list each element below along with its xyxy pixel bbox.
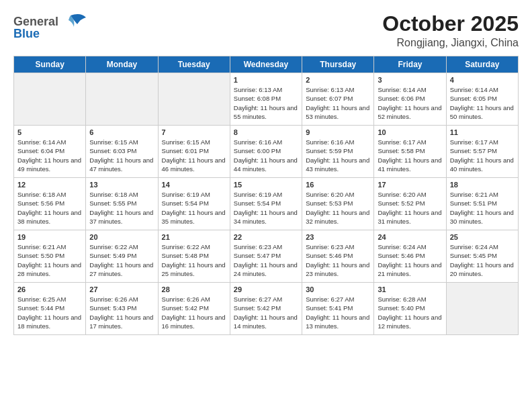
header: General Blue October 2025 Rongjiang, Jia…	[13, 12, 519, 49]
sunrise-text: Sunrise: 6:18 AM	[17, 191, 66, 198]
daylight-text: Daylight: 11 hours and 52 minutes.	[378, 104, 441, 120]
calendar-cell: 29 Sunrise: 6:27 AM Sunset: 5:42 PM Dayl…	[230, 283, 302, 335]
day-number: 26	[17, 285, 82, 293]
cell-info: Sunrise: 6:27 AM Sunset: 5:42 PM Dayligh…	[234, 295, 298, 330]
sunrise-text: Sunrise: 6:16 AM	[306, 138, 354, 146]
calendar-cell: 25 Sunrise: 6:24 AM Sunset: 5:45 PM Dayl…	[446, 230, 518, 283]
daylight-text: Daylight: 11 hours and 20 minutes.	[450, 261, 514, 277]
sunrise-text: Sunrise: 6:23 AM	[306, 243, 354, 250]
day-number: 25	[450, 233, 515, 241]
daylight-text: Daylight: 11 hours and 38 minutes.	[17, 209, 81, 225]
sunset-text: Sunset: 6:01 PM	[162, 147, 209, 154]
day-number: 16	[306, 181, 370, 189]
day-number: 7	[162, 128, 226, 136]
day-number: 14	[162, 181, 226, 189]
daylight-text: Daylight: 11 hours and 37 minutes.	[89, 209, 153, 225]
sunrise-text: Sunrise: 6:15 AM	[162, 138, 210, 146]
sunset-text: Sunset: 5:46 PM	[306, 252, 353, 259]
sunset-text: Sunset: 6:06 PM	[378, 95, 425, 102]
daylight-text: Daylight: 11 hours and 43 minutes.	[306, 156, 369, 173]
daylight-text: Daylight: 11 hours and 23 minutes.	[306, 261, 369, 277]
calendar-cell: 16 Sunrise: 6:20 AM Sunset: 5:53 PM Dayl…	[302, 178, 374, 230]
day-number: 18	[450, 181, 515, 189]
sunrise-text: Sunrise: 6:27 AM	[234, 295, 282, 303]
calendar-cell: 9 Sunrise: 6:16 AM Sunset: 5:59 PM Dayli…	[302, 126, 374, 178]
daylight-text: Daylight: 11 hours and 16 minutes.	[162, 314, 226, 330]
sunset-text: Sunset: 6:00 PM	[234, 147, 281, 154]
calendar-cell: 10 Sunrise: 6:17 AM Sunset: 5:58 PM Dayl…	[374, 126, 446, 178]
sunset-text: Sunset: 6:08 PM	[234, 95, 281, 102]
cell-info: Sunrise: 6:13 AM Sunset: 6:08 PM Dayligh…	[234, 85, 298, 121]
day-number: 15	[234, 181, 298, 189]
day-number: 11	[450, 128, 515, 136]
calendar-cell: 21 Sunrise: 6:22 AM Sunset: 5:48 PM Dayl…	[158, 230, 230, 283]
sunrise-text: Sunrise: 6:16 AM	[234, 138, 282, 146]
day-number: 21	[162, 233, 226, 241]
calendar-cell: 28 Sunrise: 6:26 AM Sunset: 5:42 PM Dayl…	[158, 283, 230, 335]
daylight-text: Daylight: 11 hours and 31 minutes.	[378, 209, 441, 225]
calendar-cell: 27 Sunrise: 6:26 AM Sunset: 5:43 PM Dayl…	[86, 283, 158, 335]
sunrise-text: Sunrise: 6:14 AM	[450, 86, 498, 93]
calendar-cell: 30 Sunrise: 6:27 AM Sunset: 5:41 PM Dayl…	[302, 283, 374, 335]
location: Rongjiang, Jiangxi, China	[382, 37, 519, 49]
calendar-cell: 1 Sunrise: 6:13 AM Sunset: 6:08 PM Dayli…	[230, 73, 302, 126]
daylight-text: Daylight: 11 hours and 21 minutes.	[378, 261, 441, 277]
calendar-cell: 12 Sunrise: 6:18 AM Sunset: 5:56 PM Dayl…	[14, 178, 86, 230]
calendar-cell: 22 Sunrise: 6:23 AM Sunset: 5:47 PM Dayl…	[230, 230, 302, 283]
cell-info: Sunrise: 6:18 AM Sunset: 5:55 PM Dayligh…	[89, 190, 154, 226]
daylight-text: Daylight: 11 hours and 34 minutes.	[234, 209, 298, 225]
daylight-text: Daylight: 11 hours and 28 minutes.	[17, 261, 81, 277]
calendar-cell: 7 Sunrise: 6:15 AM Sunset: 6:01 PM Dayli…	[158, 126, 230, 178]
sunset-text: Sunset: 5:54 PM	[234, 199, 281, 207]
cell-info: Sunrise: 6:14 AM Sunset: 6:04 PM Dayligh…	[17, 138, 82, 173]
day-number: 1	[234, 76, 298, 84]
sunset-text: Sunset: 5:49 PM	[89, 252, 136, 259]
cell-info: Sunrise: 6:20 AM Sunset: 5:52 PM Dayligh…	[378, 190, 442, 226]
sunrise-text: Sunrise: 6:28 AM	[378, 295, 426, 303]
calendar-cell: 6 Sunrise: 6:15 AM Sunset: 6:03 PM Dayli…	[86, 126, 158, 178]
sunrise-text: Sunrise: 6:23 AM	[234, 243, 282, 250]
weekday-header-thursday: Thursday	[302, 56, 374, 73]
sunset-text: Sunset: 5:59 PM	[306, 147, 353, 154]
cell-info: Sunrise: 6:26 AM Sunset: 5:42 PM Dayligh…	[162, 295, 226, 330]
day-number: 27	[89, 285, 154, 293]
day-number: 3	[378, 76, 442, 84]
month-title: October 2025	[382, 12, 519, 36]
cell-info: Sunrise: 6:21 AM Sunset: 5:50 PM Dayligh…	[17, 242, 82, 278]
cell-info: Sunrise: 6:16 AM Sunset: 5:59 PM Dayligh…	[306, 138, 370, 173]
day-number: 19	[17, 233, 82, 241]
calendar-table: SundayMondayTuesdayWednesdayThursdayFrid…	[13, 56, 519, 335]
day-number: 29	[234, 285, 298, 293]
sunset-text: Sunset: 6:04 PM	[17, 147, 64, 154]
cell-info: Sunrise: 6:22 AM Sunset: 5:49 PM Dayligh…	[89, 242, 154, 278]
cell-info: Sunrise: 6:28 AM Sunset: 5:40 PM Dayligh…	[378, 295, 442, 330]
weekday-header-monday: Monday	[86, 56, 158, 73]
cell-info: Sunrise: 6:17 AM Sunset: 5:57 PM Dayligh…	[450, 138, 515, 173]
sunrise-text: Sunrise: 6:19 AM	[162, 191, 210, 198]
daylight-text: Daylight: 11 hours and 40 minutes.	[450, 156, 514, 173]
calendar-cell: 14 Sunrise: 6:19 AM Sunset: 5:54 PM Dayl…	[158, 178, 230, 230]
day-number: 30	[306, 285, 370, 293]
cell-info: Sunrise: 6:24 AM Sunset: 5:45 PM Dayligh…	[450, 242, 515, 278]
cell-info: Sunrise: 6:14 AM Sunset: 6:05 PM Dayligh…	[450, 85, 515, 121]
daylight-text: Daylight: 11 hours and 30 minutes.	[450, 209, 514, 225]
day-number: 9	[306, 128, 370, 136]
daylight-text: Daylight: 11 hours and 27 minutes.	[89, 261, 153, 277]
cell-info: Sunrise: 6:23 AM Sunset: 5:47 PM Dayligh…	[234, 242, 298, 278]
weekday-header-wednesday: Wednesday	[230, 56, 302, 73]
sunset-text: Sunset: 5:47 PM	[234, 252, 281, 259]
sunrise-text: Sunrise: 6:26 AM	[162, 295, 210, 303]
sunset-text: Sunset: 6:07 PM	[306, 95, 353, 102]
logo: General Blue	[13, 12, 87, 43]
week-row-3: 12 Sunrise: 6:18 AM Sunset: 5:56 PM Dayl…	[14, 178, 519, 230]
cell-info: Sunrise: 6:21 AM Sunset: 5:51 PM Dayligh…	[450, 190, 515, 226]
cell-info: Sunrise: 6:19 AM Sunset: 5:54 PM Dayligh…	[234, 190, 298, 226]
calendar-cell: 3 Sunrise: 6:14 AM Sunset: 6:06 PM Dayli…	[374, 73, 446, 126]
calendar-cell: 31 Sunrise: 6:28 AM Sunset: 5:40 PM Dayl…	[374, 283, 446, 335]
title-block: October 2025 Rongjiang, Jiangxi, China	[382, 12, 519, 49]
day-number: 8	[234, 128, 298, 136]
cell-info: Sunrise: 6:24 AM Sunset: 5:46 PM Dayligh…	[378, 242, 442, 278]
sunrise-text: Sunrise: 6:17 AM	[450, 138, 498, 146]
sunrise-text: Sunrise: 6:19 AM	[234, 191, 282, 198]
sunrise-text: Sunrise: 6:26 AM	[89, 295, 138, 303]
